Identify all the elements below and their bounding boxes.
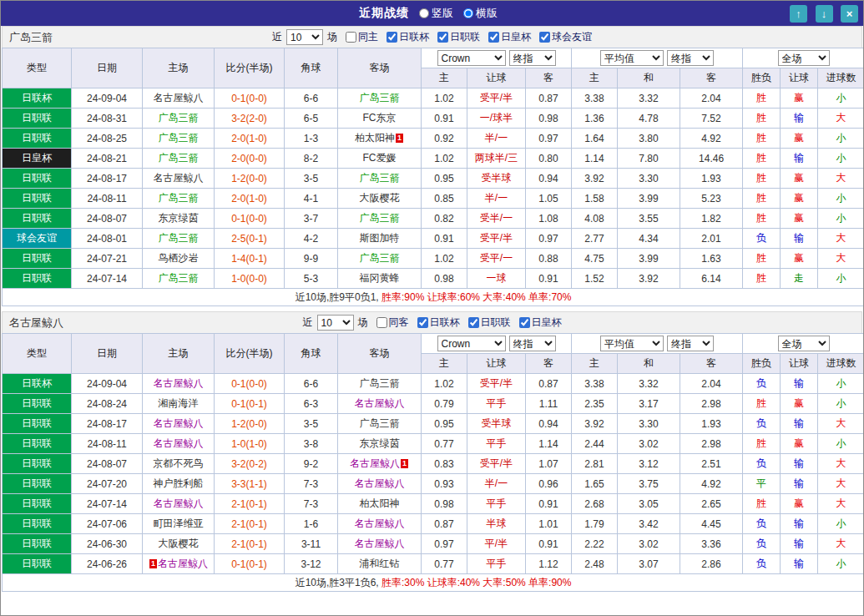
league-filter-2[interactable]: 日职联: [437, 30, 480, 44]
score-cell: 2-1(0-1): [215, 534, 285, 554]
avg-draw-cell: 3.17: [618, 394, 680, 414]
home-odds-cell: 0.95: [422, 414, 467, 434]
same-venue-filter[interactable]: 同客: [376, 316, 409, 330]
league-filter-3-checkbox[interactable]: [519, 317, 530, 328]
away-odds-cell: 0.96: [526, 474, 572, 494]
near-label: 近: [272, 30, 282, 44]
recent-count-select[interactable]: 10: [317, 315, 354, 331]
scope-select[interactable]: 全场: [778, 336, 830, 351]
date-cell: 24-08-01: [72, 229, 143, 249]
league-filter-2-checkbox[interactable]: [468, 317, 479, 328]
league-filter-3[interactable]: 日皇杯: [488, 30, 531, 44]
layout-horizontal-radio[interactable]: [463, 8, 473, 18]
league-filter-3-label: 日皇杯: [501, 30, 531, 44]
league-filter-1-checkbox[interactable]: [417, 317, 428, 328]
team-name-text: 东京绿茵: [159, 212, 199, 224]
league-filter-2[interactable]: 日职联: [468, 316, 511, 330]
date-cell: 24-06-30: [72, 534, 143, 554]
league-cell: 日职联: [3, 269, 72, 289]
league-cell: 日职联: [3, 494, 72, 514]
average-source-select[interactable]: 平均值: [600, 336, 664, 351]
same-venue-filter-checkbox[interactable]: [376, 317, 387, 328]
same-venue-filter[interactable]: 同主: [346, 30, 378, 44]
team-name-text: 广岛三箭: [360, 92, 400, 104]
subcolumn-header-o_handicap: 让球: [467, 68, 526, 88]
title-bar: 近期战绩 竖版 横版 ↑ ↓ ×: [1, 1, 863, 26]
average-source-select[interactable]: 平均值: [600, 50, 664, 66]
league-filter-1[interactable]: 日联杯: [417, 316, 460, 330]
avg-draw-cell: 3.75: [618, 474, 680, 494]
average-final-select[interactable]: 终指: [667, 50, 714, 66]
league-filter-4-checkbox[interactable]: [539, 32, 550, 43]
team-name-text: 名古屋鲸八: [350, 457, 400, 469]
corner-cell: 3-8: [285, 434, 338, 454]
home-team-cell: 大阪樱花: [143, 534, 215, 554]
subcolumn-header-r_goals: 进球数: [818, 354, 864, 374]
odds-final-select[interactable]: 终指: [509, 50, 556, 66]
odds-source-select[interactable]: Crown: [437, 336, 506, 351]
layout-vertical-option[interactable]: 竖版: [419, 6, 453, 21]
team-name-text: 名古屋鲸八: [355, 518, 405, 529]
league-filter-1-checkbox[interactable]: [387, 32, 397, 43]
odds-source-header: Crown终指: [422, 334, 572, 354]
same-venue-filter-label: 同主: [358, 30, 378, 44]
home-odds-cell: 0.77: [422, 434, 467, 454]
corner-cell: 7-3: [285, 494, 338, 514]
league-cell: 日职联: [3, 454, 72, 474]
result-wdl-cell: 胜: [743, 149, 781, 169]
close-button[interactable]: ×: [841, 5, 858, 23]
result-handicap-cell: 输: [781, 374, 818, 394]
avg-home-cell: 3.92: [572, 169, 618, 189]
away-team-cell: 东京绿茵: [338, 434, 422, 454]
corner-cell: 6-6: [285, 88, 338, 109]
match-table: 类型日期主场比分(半场)角球客场Crown终指平均值终指全场主让球客主和客胜负让…: [2, 48, 864, 306]
league-cell: 日职联: [3, 434, 72, 454]
avg-home-cell: 3.38: [572, 374, 618, 394]
date-cell: 24-08-11: [72, 434, 143, 454]
layout-horizontal-option[interactable]: 横版: [463, 6, 498, 21]
result-wdl-cell: 胜: [743, 169, 781, 189]
avg-away-cell: 4.92: [680, 129, 743, 149]
team-name-text: 名古屋鲸八: [355, 397, 405, 409]
result-handicap-cell: 输: [781, 534, 818, 554]
league-filter-4[interactable]: 球会友谊: [539, 30, 592, 44]
avg-home-cell: 4.08: [572, 209, 618, 229]
move-up-button[interactable]: ↑: [790, 5, 807, 23]
home-odds-cell: 0.91: [422, 109, 467, 129]
average-final-select[interactable]: 终指: [667, 336, 714, 351]
move-down-button[interactable]: ↓: [816, 5, 833, 23]
result-goals-cell: 大: [818, 229, 864, 249]
league-cell: 日职联: [3, 554, 72, 574]
away-team-cell: FC东京: [338, 109, 422, 129]
score-cell: 3-2(0-2): [215, 454, 285, 474]
result-wdl-cell: 平: [743, 474, 781, 494]
same-venue-filter-checkbox[interactable]: [346, 32, 356, 43]
league-filter-2-checkbox[interactable]: [437, 32, 448, 43]
corner-cell: 3-12: [285, 554, 338, 574]
column-header-date: 日期: [72, 48, 143, 88]
subcolumn-header-o_away: 客: [526, 354, 572, 374]
result-goals-cell: 小: [818, 269, 864, 289]
average-header: 平均值终指: [572, 48, 743, 68]
away-team-cell: 名古屋鲸八1: [338, 454, 422, 474]
league-filter-3-checkbox[interactable]: [488, 32, 499, 43]
recent-count-select[interactable]: 10: [286, 29, 323, 45]
avg-away-cell: 2.01: [680, 229, 743, 249]
result-wdl-cell: 负: [743, 454, 781, 474]
away-team-cell: 名古屋鲸八: [338, 394, 422, 414]
away-odds-cell: 0.87: [526, 88, 572, 109]
odds-final-select[interactable]: 终指: [509, 336, 556, 351]
result-wdl-cell: 胜: [743, 269, 781, 289]
league-filter-3[interactable]: 日皇杯: [519, 316, 562, 330]
result-handicap-cell: 输: [781, 414, 818, 434]
league-filter-1[interactable]: 日联杯: [387, 30, 429, 44]
home-odds-cell: 0.83: [422, 454, 467, 474]
team-name-text: 大阪樱花: [360, 192, 400, 204]
result-goals-cell: 大: [818, 534, 864, 554]
layout-vertical-radio[interactable]: [419, 8, 429, 18]
match-row: 日职联24-08-31广岛三箭3-2(2-0)6-5FC东京0.91一/球半0.…: [3, 109, 864, 129]
odds-source-select[interactable]: Crown: [437, 50, 506, 66]
scope-select[interactable]: 全场: [778, 50, 830, 66]
score-cell: 2-5(0-1): [215, 229, 285, 249]
avg-home-cell: 2.77: [572, 229, 618, 249]
